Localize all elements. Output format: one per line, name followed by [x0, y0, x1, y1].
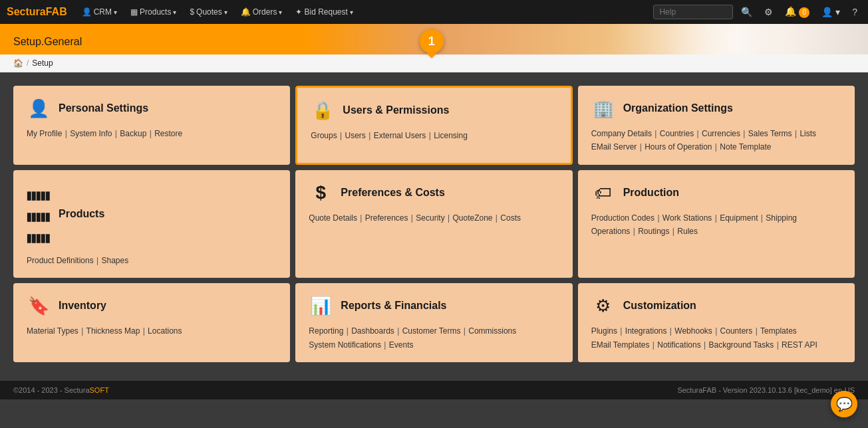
bid-request-icon: ✦ — [295, 7, 302, 17]
nav-right-area: 🔍 ⚙ 🔔 0 👤 ▾ ? — [653, 3, 861, 21]
card-title-preferences-costs: Preferences & Costs — [341, 187, 445, 199]
link-company-details[interactable]: Company Details — [591, 129, 652, 138]
link-system-notifications[interactable]: System Notifications — [309, 340, 381, 350]
link-product-definitions[interactable]: Product Definitions — [27, 256, 94, 265]
card-header: ⚙ Customization — [591, 295, 841, 316]
nav-bid-request[interactable]: ✦ Bid Request — [290, 5, 358, 19]
link-material-types[interactable]: Material Types — [27, 326, 78, 336]
link-commissions[interactable]: Commissions — [468, 326, 516, 336]
card-reports-financials[interactable]: 📊 Reports & Financials Reporting | Dashb… — [295, 283, 572, 362]
card-header: 📊 Reports & Financials — [309, 295, 559, 316]
link-quote-details[interactable]: Quote Details — [309, 213, 357, 223]
card-links-reports-financials: Reporting | Dashboards | Customer Terms … — [309, 324, 559, 352]
home-icon[interactable]: 🏠 — [13, 58, 23, 68]
card-header: 🔒 Users & Permissions — [311, 100, 557, 121]
icon-barcode: ▋▋▋▋▋▋▋▋▋▋▋▋▋▋▋ — [27, 192, 51, 243]
card-title-production: Production — [623, 187, 679, 199]
link-my-profile[interactable]: My Profile — [27, 129, 62, 138]
link-events[interactable]: Events — [389, 340, 414, 350]
link-quotezone[interactable]: QuoteZone — [452, 213, 492, 223]
card-users-permissions[interactable]: 🔒 Users & Permissions Groups | Users | E… — [295, 86, 572, 165]
link-email-server[interactable]: EMail Server — [591, 142, 637, 152]
main-content: 👤 Personal Settings My Profile | System … — [0, 72, 868, 375]
link-shipping[interactable]: Shipping — [766, 213, 797, 223]
link-webhooks[interactable]: Webhooks — [674, 326, 712, 336]
link-reporting[interactable]: Reporting — [309, 326, 343, 336]
products-icon: ▦ — [130, 7, 138, 17]
link-locations[interactable]: Locations — [148, 326, 182, 336]
link-templates[interactable]: Templates — [760, 326, 797, 336]
link-licensing[interactable]: Licensing — [434, 131, 468, 140]
card-icon-reports-financials: 📊 — [309, 295, 333, 316]
link-countries[interactable]: Countries — [660, 129, 694, 138]
link-lists[interactable]: Lists — [799, 129, 816, 138]
nav-quotes[interactable]: $ Quotes — [184, 5, 232, 19]
card-header: 👤 Personal Settings — [27, 98, 277, 119]
card-customization[interactable]: ⚙ Customization Plugins | Integrations |… — [578, 283, 855, 362]
crm-icon: 👤 — [82, 7, 92, 17]
card-organization-settings[interactable]: 🏢 Organization Settings Company Details … — [578, 86, 855, 165]
icon-lock: 🔒 — [312, 100, 333, 120]
card-header: $ Preferences & Costs — [309, 182, 559, 203]
card-links-customization: Plugins | Integrations | Webhooks | Coun… — [591, 324, 841, 352]
link-notifications[interactable]: Notifications — [657, 340, 700, 350]
link-equipment[interactable]: Equipment — [720, 213, 758, 223]
link-rules[interactable]: Rules — [677, 227, 698, 236]
card-title-products: Products — [59, 208, 104, 220]
card-links-products: Product Definitions | Shapes — [27, 254, 277, 267]
link-external-users[interactable]: External Users — [374, 131, 426, 140]
link-groups[interactable]: Groups — [311, 131, 337, 140]
link-preferences[interactable]: Preferences — [365, 213, 408, 223]
brand-logo[interactable]: SecturaFAB — [7, 6, 67, 18]
link-production-codes[interactable]: Production Codes — [591, 213, 654, 223]
link-rest-api[interactable]: REST API — [782, 340, 817, 350]
notification-bell-icon[interactable]: 🔔 0 — [781, 3, 813, 21]
card-preferences-costs[interactable]: $ Preferences & Costs Quote Details | Pr… — [295, 170, 572, 278]
nav-crm[interactable]: 👤 CRM — [76, 5, 122, 19]
card-production[interactable]: 🏷 Production Production Codes | Work Sta… — [578, 170, 855, 278]
card-personal-settings[interactable]: 👤 Personal Settings My Profile | System … — [13, 86, 290, 165]
card-icon-products: ▋▋▋▋▋▋▋▋▋▋▋▋▋▋▋ — [27, 182, 51, 246]
link-integrations[interactable]: Integrations — [625, 326, 667, 336]
help-search-input[interactable] — [653, 5, 733, 19]
link-sales-terms[interactable]: Sales Terms — [748, 129, 792, 138]
link-shapes[interactable]: Shapes — [102, 256, 129, 265]
link-system-info[interactable]: System Info — [70, 129, 112, 138]
link-customer-terms[interactable]: Customer Terms — [402, 326, 461, 336]
card-header: 🔖 Inventory — [27, 295, 277, 316]
link-currencies[interactable]: Currencies — [702, 129, 740, 138]
card-products[interactable]: ▋▋▋▋▋▋▋▋▋▋▋▋▋▋▋ Products Product Definit… — [13, 170, 290, 278]
quotes-icon: $ — [190, 7, 194, 17]
nav-products[interactable]: ▦ Products — [125, 5, 182, 19]
card-inventory[interactable]: 🔖 Inventory Material Types | Thickness M… — [13, 283, 290, 362]
search-icon[interactable]: 🔍 — [737, 4, 756, 20]
nav-orders[interactable]: 🔔 Orders — [235, 5, 288, 19]
card-links-production: Production Codes | Work Stations | Equip… — [591, 211, 841, 239]
link-routings[interactable]: Routings — [638, 227, 669, 236]
link-security[interactable]: Security — [416, 213, 444, 223]
link-users[interactable]: Users — [345, 131, 365, 140]
link-email-templates[interactable]: EMail Templates — [591, 340, 650, 350]
card-icon-production: 🏷 — [591, 182, 615, 203]
help-icon[interactable]: ? — [848, 4, 861, 20]
card-icon-personal-settings: 👤 — [27, 98, 51, 119]
orders-chevron — [279, 7, 282, 17]
products-label: Products — [140, 7, 171, 17]
link-backup[interactable]: Backup — [120, 129, 146, 138]
link-operations[interactable]: Operations — [591, 227, 631, 236]
icon-building: 🏢 — [593, 98, 614, 118]
link-thickness-map[interactable]: Thickness Map — [86, 326, 140, 336]
link-hours-of-operation[interactable]: Hours of Operation — [645, 142, 712, 152]
link-work-stations[interactable]: Work Stations — [662, 213, 712, 223]
link-note-template[interactable]: Note Template — [720, 142, 771, 152]
settings-icon[interactable]: ⚙ — [760, 4, 777, 20]
link-plugins[interactable]: Plugins — [591, 326, 617, 336]
link-counters[interactable]: Counters — [720, 326, 753, 336]
link-costs[interactable]: Costs — [500, 213, 521, 223]
link-dashboards[interactable]: Dashboards — [351, 326, 394, 336]
cards-grid: 👤 Personal Settings My Profile | System … — [13, 86, 855, 362]
user-menu-icon[interactable]: 👤 ▾ — [817, 4, 844, 20]
link-background-tasks[interactable]: Background Tasks — [708, 340, 774, 350]
footer-version: SecturaFAB - Version 2023.10.13.6 [kec_d… — [677, 386, 855, 394]
link-restore[interactable]: Restore — [154, 129, 182, 138]
